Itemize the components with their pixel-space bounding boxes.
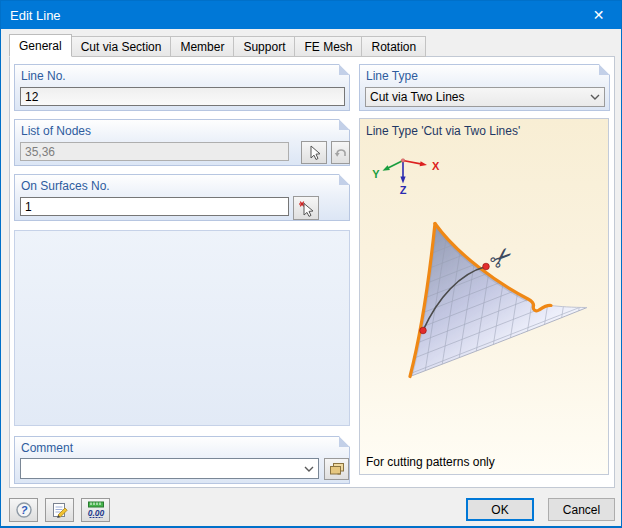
close-icon: ✕ <box>593 7 605 23</box>
cut-node-2 <box>483 263 490 270</box>
line-no-label: Line No. <box>21 69 66 83</box>
svg-text:?: ? <box>20 504 27 516</box>
preview-footer-note: For cutting patterns only <box>366 455 495 469</box>
on-surfaces-label: On Surfaces No. <box>21 179 110 193</box>
axis-y-label: Y <box>372 168 380 180</box>
tab-member[interactable]: Member <box>170 36 234 57</box>
group-list-of-nodes: List of Nodes <box>14 119 350 166</box>
edit-comment-button[interactable] <box>45 498 74 522</box>
on-surfaces-field[interactable] <box>20 197 289 216</box>
window-title: Edit Line <box>1 8 61 23</box>
line-type-dropdown[interactable]: Cut via Two Lines <box>365 87 605 107</box>
stacked-comments-icon <box>329 462 345 477</box>
chevron-down-icon <box>590 94 600 100</box>
cut-line-illustration: ✂ X Y Z <box>360 119 608 474</box>
ok-button[interactable]: OK <box>466 498 534 521</box>
tab-strip: General Cut via Section Member Support F… <box>9 34 425 57</box>
units-settings-button[interactable]: 0.00 <box>81 498 110 522</box>
axis-x-label: X <box>432 160 440 172</box>
line-type-preview-panel: Line Type 'Cut via Two Lines' <box>359 118 609 475</box>
tab-rotation[interactable]: Rotation <box>361 36 426 57</box>
tab-support[interactable]: Support <box>233 36 295 57</box>
axis-z-label: Z <box>400 184 407 196</box>
help-icon: ? <box>15 501 33 519</box>
pick-nodes-button[interactable] <box>301 141 327 164</box>
cursor-pick-new-icon <box>298 200 315 217</box>
comment-label: Comment <box>21 441 73 455</box>
units-ruler-icon: 0.00 <box>86 500 106 520</box>
group-comment: Comment <box>14 436 350 484</box>
axes-triad <box>381 159 427 184</box>
svg-text:0.00: 0.00 <box>87 508 104 518</box>
line-no-field[interactable] <box>20 87 345 106</box>
reverse-arrow-icon <box>334 146 348 160</box>
list-of-nodes-label: List of Nodes <box>21 124 91 138</box>
tab-cut-via-section[interactable]: Cut via Section <box>71 36 172 57</box>
group-line-no: Line No. <box>14 64 350 111</box>
preview-title: Line Type 'Cut via Two Lines' <box>366 124 520 138</box>
tab-fe-mesh[interactable]: FE Mesh <box>294 36 362 57</box>
line-type-label: Line Type <box>366 69 418 83</box>
cursor-pick-icon <box>306 145 322 161</box>
group-on-surfaces: On Surfaces No. <box>14 174 350 221</box>
empty-list-panel <box>14 230 350 426</box>
cut-node-1 <box>420 327 427 334</box>
comment-combobox[interactable] <box>20 458 319 479</box>
browse-comments-button[interactable] <box>324 458 349 480</box>
titlebar: Edit Line ✕ <box>1 1 621 29</box>
edit-line-dialog: Edit Line ✕ General Cut via Section Memb… <box>0 0 622 528</box>
list-of-nodes-field <box>20 142 289 161</box>
tab-general[interactable]: General <box>9 34 72 57</box>
group-line-type: Line Type Cut via Two Lines <box>359 64 610 111</box>
notepad-pencil-icon <box>51 501 69 519</box>
cancel-button[interactable]: Cancel <box>548 498 615 521</box>
pick-surface-button[interactable] <box>293 196 319 220</box>
tab-page-general: Line No. List of Nodes On Surfaces No. <box>9 56 615 488</box>
reverse-line-orientation-button[interactable] <box>331 141 350 164</box>
chevron-down-icon <box>304 466 314 472</box>
scissors-icon: ✂ <box>483 239 520 276</box>
line-type-value: Cut via Two Lines <box>370 90 465 104</box>
help-button[interactable]: ? <box>9 498 38 522</box>
close-button[interactable]: ✕ <box>576 1 621 29</box>
